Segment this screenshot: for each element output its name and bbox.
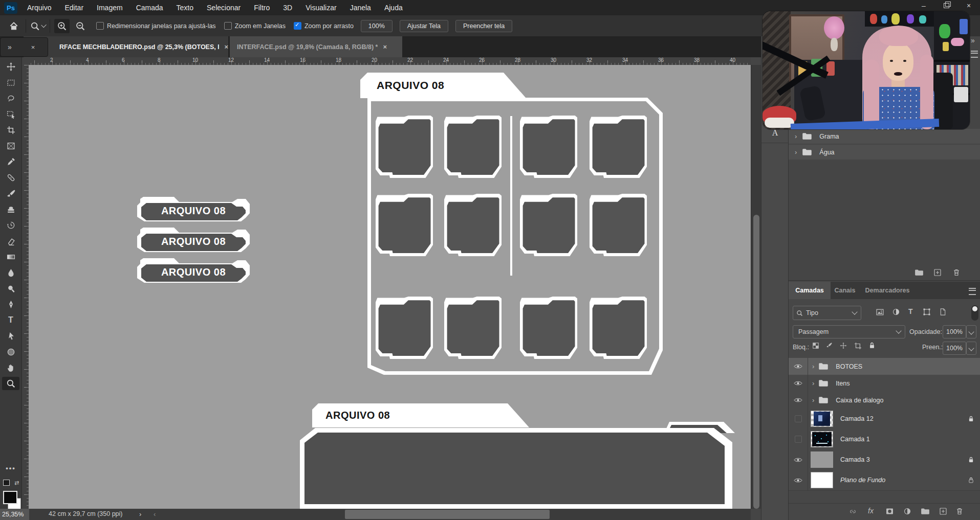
lock-position-icon[interactable] [840, 342, 847, 349]
crop-tool[interactable] [0, 123, 21, 137]
restore-button[interactable] [935, 0, 957, 11]
object-selection-tool[interactable] [0, 107, 21, 121]
default-colors-icon[interactable] [3, 480, 10, 486]
fill-screen-button[interactable]: Preencher tela [455, 20, 512, 32]
type-tool[interactable]: T [0, 313, 21, 327]
clone-stamp-tool[interactable] [0, 202, 21, 216]
visibility-toggle[interactable] [789, 449, 808, 470]
dodge-tool[interactable] [0, 282, 21, 295]
eyedropper-tool[interactable] [0, 155, 21, 168]
close-button[interactable]: × [957, 0, 980, 11]
zoom-100-button[interactable]: 100% [361, 20, 393, 32]
zoom-tool[interactable] [2, 377, 19, 390]
tab-demarcadores[interactable]: Demarcadores [859, 282, 916, 299]
tab-close-icon[interactable]: × [224, 43, 228, 51]
filter-image-layers-icon[interactable] [876, 308, 884, 316]
menu-selecionar[interactable]: Selecionar [200, 0, 247, 15]
horizontal-scrollbar-thumb[interactable] [345, 510, 550, 519]
layer-thumbnail[interactable] [811, 411, 833, 427]
layer-row-camada-12[interactable]: Camada 12 [789, 409, 980, 429]
menu-filtro[interactable]: Filtro [247, 0, 276, 15]
group-row-grama[interactable]: › Grama [789, 129, 980, 144]
filter-type-layers-icon[interactable]: T [908, 307, 913, 315]
history-brush-tool[interactable] [0, 218, 21, 232]
document-canvas[interactable]: ARQUIVO 08 ARQUIVO 08 ARQUIVO 08 ARQUIVO… [29, 65, 751, 509]
opacity-field[interactable]: 100% [943, 325, 966, 338]
tab-camadas[interactable]: Camadas [789, 282, 831, 299]
zoom-out-button[interactable] [73, 19, 88, 33]
tab-interface[interactable]: INTERFACE.psd @ 19,8% (Camada 8, RGB/8) … [230, 36, 402, 57]
healing-brush-tool[interactable] [0, 171, 21, 184]
lock-artboard-icon[interactable] [854, 342, 861, 349]
fill-dropdown[interactable] [966, 342, 976, 355]
layer-row-caixa-de-dialogo[interactable]: › Caixa de dialogo [789, 392, 980, 409]
visibility-toggle[interactable] [789, 470, 808, 490]
gradient-tool[interactable] [0, 250, 21, 263]
zoom-all-windows-checkbox[interactable] [224, 22, 232, 30]
status-zoom-field[interactable]: 25,35% [0, 509, 29, 520]
status-back-arrow-icon[interactable]: ‹ [154, 510, 156, 518]
eraser-tool[interactable] [0, 234, 21, 247]
home-button[interactable] [6, 19, 21, 33]
pen-tool[interactable] [0, 298, 21, 311]
menu-imagem[interactable]: Imagem [90, 0, 129, 15]
collapse-dock-icon[interactable]: » [971, 36, 975, 44]
new-layer-icon[interactable] [933, 268, 942, 277]
tab-mechbladehero[interactable]: RFACE MECHBLADEHERO.psd @ 25,3% (BOTOES,… [24, 36, 228, 57]
collapse-panel-icon[interactable]: » [8, 43, 12, 51]
hand-tool[interactable] [0, 361, 21, 374]
tab-canais[interactable]: Canais [831, 282, 859, 299]
path-selection-tool[interactable] [0, 329, 21, 343]
panel-menu-icon[interactable] [969, 288, 976, 295]
chevron-right-icon[interactable]: › [812, 396, 814, 404]
layer-style-fx-icon[interactable]: fx [868, 507, 874, 515]
visibility-toggle[interactable] [789, 429, 808, 449]
layer-thumbnail[interactable] [811, 472, 833, 488]
frame-tool[interactable] [0, 139, 21, 152]
fit-screen-button[interactable]: Ajustar Tela [400, 20, 448, 32]
delete-layer-icon[interactable] [955, 507, 964, 515]
resize-windows-checkbox[interactable] [96, 22, 104, 30]
edit-toolbar-ellipsis-icon[interactable]: ••• [0, 464, 21, 472]
menu-texto[interactable]: Texto [170, 0, 200, 15]
swap-colors-icon[interactable]: ⇄ [14, 480, 19, 486]
chevron-right-icon[interactable]: › [812, 363, 814, 370]
layer-row-botoes[interactable]: › BOTOES [789, 358, 980, 375]
brush-tool[interactable] [0, 187, 21, 200]
visibility-toggle[interactable] [789, 358, 808, 375]
visibility-toggle[interactable] [789, 409, 808, 429]
zoom-tool-option-icon[interactable] [30, 19, 46, 33]
tab-close-icon[interactable]: × [383, 43, 387, 51]
blend-mode-select[interactable]: Passagem [793, 325, 905, 338]
chevron-right-icon[interactable]: › [795, 148, 797, 156]
filter-shape-layers-icon[interactable] [923, 308, 931, 316]
lasso-tool[interactable] [0, 92, 21, 105]
rectangular-marquee-tool[interactable] [0, 76, 21, 89]
blur-tool[interactable] [0, 266, 21, 279]
new-group-folder-icon[interactable] [914, 269, 924, 276]
foreground-color-swatch[interactable] [3, 491, 17, 504]
visibility-toggle[interactable] [789, 375, 808, 392]
visibility-toggle[interactable] [789, 392, 808, 409]
scrubby-zoom-checkbox[interactable] [294, 22, 301, 30]
zoom-in-button[interactable] [54, 19, 70, 33]
minimize-button[interactable]: – [912, 0, 935, 11]
vertical-scrollbar-thumb[interactable] [753, 215, 759, 509]
menu-camada[interactable]: Camada [129, 0, 170, 15]
status-popup-arrow-icon[interactable]: › [139, 510, 141, 518]
group-row-agua[interactable]: › Água [789, 145, 980, 160]
menu-arquivo[interactable]: Arquivo [20, 0, 58, 15]
link-layers-icon[interactable] [848, 508, 857, 515]
menu-visualizar[interactable]: Visualizar [299, 0, 343, 15]
menu-3d[interactable]: 3D [276, 0, 299, 15]
chevron-right-icon[interactable]: › [812, 379, 814, 387]
new-layer-icon[interactable] [939, 507, 947, 515]
layer-row-itens[interactable]: › Itens [789, 375, 980, 392]
chevron-right-icon[interactable]: › [795, 132, 797, 140]
menu-editar[interactable]: Editar [58, 0, 90, 15]
layer-row-camada-3[interactable]: Camada 3 [789, 449, 980, 470]
filter-toggle-switch[interactable] [971, 305, 978, 321]
close-panel-icon[interactable]: × [31, 43, 35, 51]
layer-thumbnail[interactable] [811, 451, 833, 468]
layer-row-camada-1[interactable]: Camada 1 [789, 429, 980, 450]
